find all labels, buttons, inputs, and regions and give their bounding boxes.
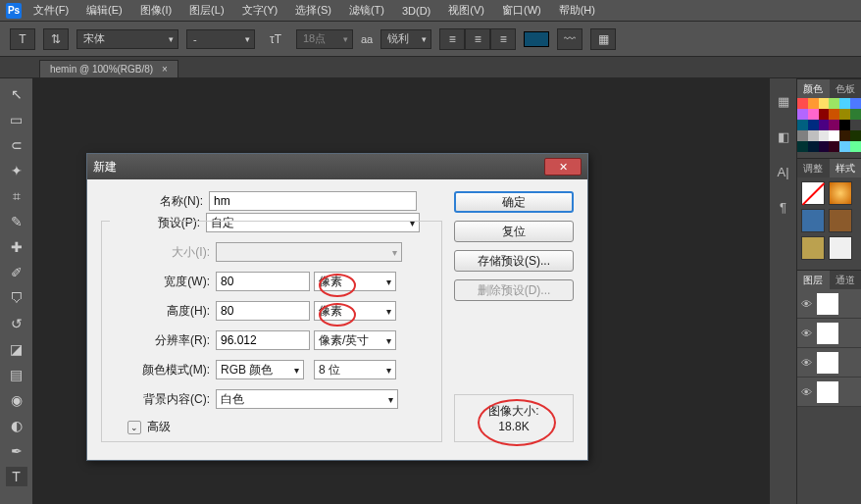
paragraph-icon[interactable]: ¶	[775, 198, 792, 216]
width-unit-select[interactable]: 像素	[314, 272, 396, 291]
save-preset-button[interactable]: 存储预设(S)...	[454, 250, 574, 272]
width-input[interactable]	[216, 272, 310, 291]
style-cell[interactable]	[829, 209, 852, 232]
menu-edit[interactable]: 编辑(E)	[86, 3, 123, 18]
brush-tool-icon[interactable]: ✐	[6, 263, 27, 282]
menu-filter[interactable]: 滤镜(T)	[349, 3, 384, 18]
character-panel-icon[interactable]: ▦	[590, 28, 616, 50]
stamp-tool-icon[interactable]: ⛉	[6, 288, 27, 308]
layer-row[interactable]: 👁	[797, 319, 861, 348]
menu-layer[interactable]: 图层(L)	[189, 3, 224, 18]
swatch-cell[interactable]	[797, 141, 808, 152]
reset-button[interactable]: 复位	[454, 221, 574, 242]
pen-tool-icon[interactable]: ✒	[6, 441, 27, 461]
layer-row[interactable]: 👁	[797, 289, 861, 319]
history-icon[interactable]: ▦	[775, 92, 792, 110]
wand-tool-icon[interactable]: ✦	[6, 161, 27, 180]
swatch-cell[interactable]	[850, 141, 861, 152]
font-size-select[interactable]: 18点	[296, 29, 353, 49]
character-icon[interactable]: A|	[775, 163, 792, 180]
advanced-toggle[interactable]: ⌄ 高级	[108, 419, 435, 435]
swatch-cell[interactable]	[829, 98, 839, 109]
align-right-icon[interactable]: ≡	[490, 28, 516, 50]
swatch-cell[interactable]	[808, 98, 819, 109]
tab-adjust[interactable]: 调整	[797, 158, 830, 177]
swatch-cell[interactable]	[819, 120, 830, 130]
align-left-icon[interactable]: ≡	[439, 28, 465, 50]
tab-color[interactable]: 颜色	[797, 78, 830, 98]
swatch-cell[interactable]	[829, 130, 839, 141]
menu-image[interactable]: 图像(I)	[140, 3, 172, 18]
swatch-cell[interactable]	[850, 120, 861, 130]
menu-file[interactable]: 文件(F)	[33, 3, 69, 18]
font-style-select[interactable]: -	[186, 29, 255, 49]
antialias-select[interactable]: 锐利	[380, 29, 431, 49]
tab-channels[interactable]: 通道	[830, 270, 862, 289]
layer-row[interactable]: 👁	[797, 348, 861, 378]
visibility-icon[interactable]: 👁	[801, 386, 813, 398]
preset-select[interactable]: 自定	[206, 213, 420, 232]
swatch-cell[interactable]	[829, 141, 839, 152]
blur-tool-icon[interactable]: ◉	[6, 390, 27, 410]
crop-tool-icon[interactable]: ⌗	[6, 186, 27, 206]
document-tab[interactable]: hemin @ 100%(RGB/8) ×	[39, 60, 178, 77]
swatch-cell[interactable]	[839, 141, 850, 152]
background-select[interactable]: 白色	[216, 389, 398, 409]
tab-swatches[interactable]: 色板	[830, 78, 862, 98]
move-tool-icon[interactable]: ↖	[6, 84, 27, 104]
align-center-icon[interactable]: ≡	[465, 28, 490, 50]
swatch-cell[interactable]	[850, 130, 861, 141]
properties-icon[interactable]: ◧	[775, 127, 792, 145]
marquee-tool-icon[interactable]: ▭	[6, 110, 27, 129]
ok-button[interactable]: 确定	[454, 191, 574, 213]
menu-select[interactable]: 选择(S)	[295, 3, 331, 18]
visibility-icon[interactable]: 👁	[801, 298, 813, 310]
visibility-icon[interactable]: 👁	[801, 357, 813, 369]
style-none[interactable]	[801, 181, 825, 205]
style-cell[interactable]	[829, 181, 852, 205]
close-icon[interactable]: ×	[162, 64, 168, 75]
swatch-cell[interactable]	[797, 109, 808, 120]
swatch-cell[interactable]	[819, 109, 830, 120]
menu-type[interactable]: 文字(Y)	[242, 3, 279, 18]
swatch-cell[interactable]	[819, 130, 830, 141]
menu-3d[interactable]: 3D(D)	[402, 5, 430, 17]
tab-styles[interactable]: 样式	[830, 158, 862, 177]
font-family-select[interactable]: 宋体	[76, 29, 178, 49]
swatch-cell[interactable]	[808, 120, 819, 130]
text-tool-icon[interactable]: T	[10, 28, 35, 50]
menu-view[interactable]: 视图(V)	[448, 3, 484, 18]
layer-row[interactable]: 👁	[797, 378, 861, 407]
resolution-input[interactable]	[216, 330, 310, 350]
swatch-cell[interactable]	[829, 120, 839, 130]
type-tool-icon[interactable]: T	[6, 467, 27, 486]
height-input[interactable]	[216, 301, 310, 321]
swatch-cell[interactable]	[850, 109, 861, 120]
height-unit-select[interactable]: 像素	[314, 301, 396, 321]
swatch-cell[interactable]	[808, 109, 819, 120]
swatch-cell[interactable]	[808, 130, 819, 141]
name-input[interactable]	[209, 191, 417, 211]
dodge-tool-icon[interactable]: ◐	[6, 416, 27, 435]
style-cell[interactable]	[829, 236, 852, 260]
close-button[interactable]: ✕	[544, 158, 582, 176]
heal-tool-icon[interactable]: ✚	[6, 237, 27, 257]
lasso-tool-icon[interactable]: ⊂	[6, 135, 27, 155]
dialog-titlebar[interactable]: 新建 ✕	[87, 154, 587, 179]
warp-text-icon[interactable]: 〰	[557, 28, 582, 50]
gradient-tool-icon[interactable]: ▤	[6, 365, 27, 384]
style-cell[interactable]	[801, 209, 825, 232]
swatch-cell[interactable]	[808, 141, 819, 152]
orientation-icon[interactable]: ⇅	[43, 28, 69, 50]
swatches-grid[interactable]	[797, 98, 861, 152]
menu-help[interactable]: 帮助(H)	[559, 3, 595, 18]
swatch-cell[interactable]	[850, 98, 861, 109]
history-brush-icon[interactable]: ↺	[6, 314, 27, 333]
text-color-swatch[interactable]	[524, 31, 549, 47]
swatch-cell[interactable]	[839, 109, 850, 120]
swatch-cell[interactable]	[797, 120, 808, 130]
eraser-tool-icon[interactable]: ◪	[6, 339, 27, 359]
eyedropper-tool-icon[interactable]: ✎	[6, 212, 27, 231]
menu-window[interactable]: 窗口(W)	[502, 3, 541, 18]
bit-depth-select[interactable]: 8 位	[314, 360, 396, 379]
